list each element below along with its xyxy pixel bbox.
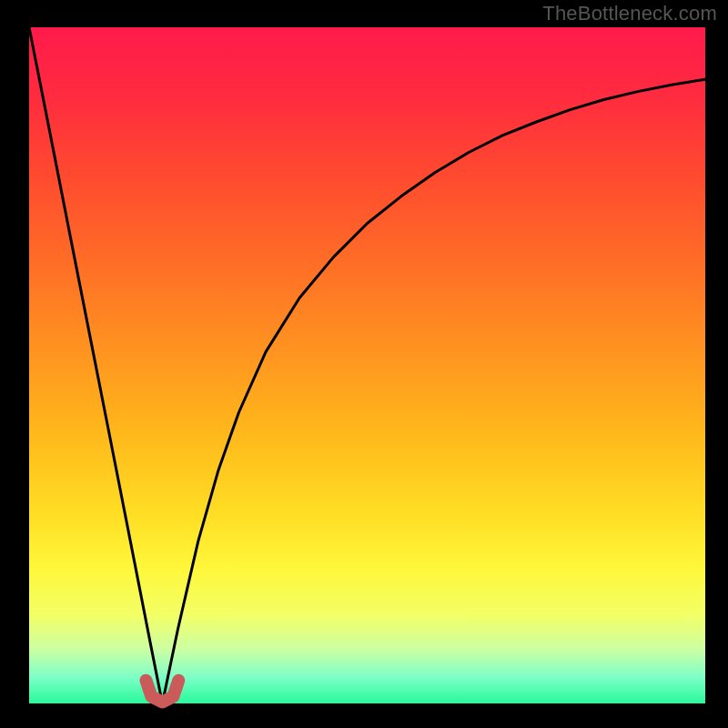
attribution-text: TheBottleneck.com — [542, 2, 717, 25]
chart-root: TheBottleneck.com — [0, 0, 728, 728]
bottleneck-chart — [0, 0, 728, 728]
plot-area — [29, 27, 705, 703]
